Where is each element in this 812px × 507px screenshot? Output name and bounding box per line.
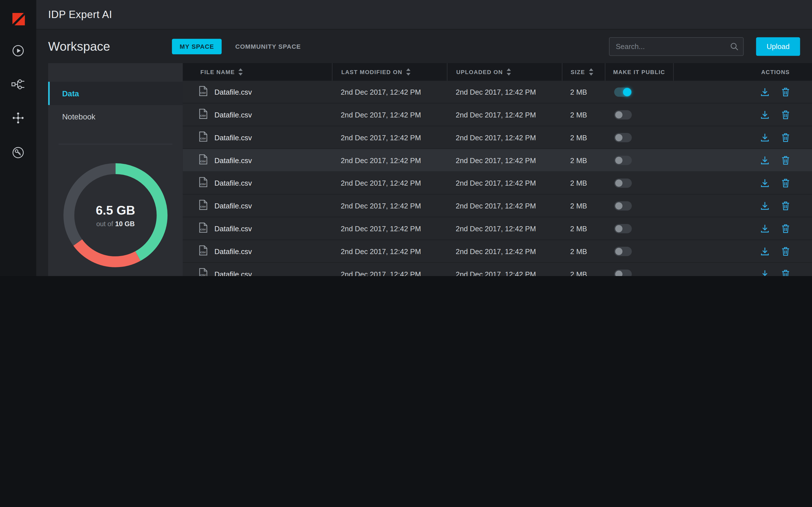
delete-button[interactable] xyxy=(781,269,790,276)
trash-icon xyxy=(781,223,790,234)
csv-file-icon: CSV xyxy=(199,86,207,98)
file-name: Datafile.csv xyxy=(214,133,252,142)
delete-button[interactable] xyxy=(781,201,790,211)
uploaded-on-value: 2nd Dec 2017, 12:42 PM xyxy=(447,179,562,187)
make-public-toggle[interactable] xyxy=(614,133,631,142)
toggle-knob xyxy=(623,88,631,96)
column-header-file-name[interactable]: FILE NAME xyxy=(183,63,332,80)
download-button[interactable] xyxy=(760,223,770,234)
delete-button[interactable] xyxy=(781,178,790,188)
download-button[interactable] xyxy=(760,109,770,120)
tools-icon[interactable] xyxy=(0,141,36,164)
delete-button[interactable] xyxy=(781,87,790,97)
make-public-toggle[interactable] xyxy=(614,156,631,165)
main-area: Workspace MY SPACE COMMUNITY SPACE Uploa… xyxy=(36,30,812,276)
delete-button[interactable] xyxy=(781,132,790,143)
delete-button[interactable] xyxy=(781,223,790,234)
uploaded-on-value: 2nd Dec 2017, 12:42 PM xyxy=(447,224,562,232)
delete-button[interactable] xyxy=(781,109,790,120)
download-button[interactable] xyxy=(760,132,770,143)
make-public-toggle[interactable] xyxy=(614,201,631,210)
csv-file-icon: CSV xyxy=(199,131,207,144)
column-header-size[interactable]: SIZE xyxy=(562,63,605,80)
storage-donut-center: 6.5 GB out of10 GB xyxy=(63,163,168,268)
run-icon[interactable] xyxy=(0,40,36,62)
file-name: Datafile.csv xyxy=(214,156,252,164)
table-row: CSV Datafile.csv 2nd Dec 2017, 12:42 PM … xyxy=(183,103,812,126)
download-button[interactable] xyxy=(760,178,770,188)
download-icon xyxy=(760,87,770,97)
svg-text:CSV: CSV xyxy=(200,228,206,231)
app-window: jupyter ⚙ IDP Expert AI Workspace MY SPA… xyxy=(0,0,812,276)
sidebar-item-data[interactable]: Data xyxy=(48,82,183,105)
last-modified-value: 2nd Dec 2017, 12:42 PM xyxy=(332,110,447,119)
download-button[interactable] xyxy=(760,201,770,211)
sidebar-divider xyxy=(59,144,172,145)
trash-icon xyxy=(781,201,790,211)
file-name: Datafile.csv xyxy=(214,179,252,187)
upload-button[interactable]: Upload xyxy=(756,37,800,55)
table-row: CSV Datafile.csv 2nd Dec 2017, 12:42 PM … xyxy=(183,263,812,276)
toggle-knob xyxy=(615,111,622,118)
last-modified-value: 2nd Dec 2017, 12:42 PM xyxy=(332,179,447,187)
svg-text:CSV: CSV xyxy=(200,114,206,117)
tab-my-space[interactable]: MY SPACE xyxy=(172,39,222,54)
column-header-actions: ACTIONS xyxy=(673,63,812,80)
make-public-toggle[interactable] xyxy=(614,269,631,276)
file-name: Datafile.csv xyxy=(214,110,252,119)
uploaded-on-value: 2nd Dec 2017, 12:42 PM xyxy=(447,133,562,142)
make-public-toggle[interactable] xyxy=(614,87,631,96)
pipelines-icon[interactable] xyxy=(0,73,36,96)
download-button[interactable] xyxy=(760,246,770,256)
make-public-toggle[interactable] xyxy=(614,224,631,233)
tab-community-space[interactable]: COMMUNITY SPACE xyxy=(234,39,302,54)
make-public-toggle[interactable] xyxy=(614,178,631,187)
last-modified-value: 2nd Dec 2017, 12:42 PM xyxy=(332,270,447,276)
workspace-sidebar: Data Notebook 6.5 GB out of10 GB Free Sp… xyxy=(48,63,183,276)
models-icon[interactable] xyxy=(0,107,36,129)
sort-icon xyxy=(239,68,243,75)
storage-donut-chart: 6.5 GB out of10 GB xyxy=(63,163,168,268)
content-area: Data Notebook 6.5 GB out of10 GB Free Sp… xyxy=(36,63,812,276)
svg-text:CSV: CSV xyxy=(200,91,206,94)
download-icon xyxy=(760,155,770,165)
download-button[interactable] xyxy=(760,87,770,97)
column-header-uploaded-on[interactable]: UPLOADED ON xyxy=(447,63,562,80)
csv-file-icon: CSV xyxy=(199,177,207,189)
svg-text:CSV: CSV xyxy=(200,160,206,163)
delete-button[interactable] xyxy=(781,246,790,256)
csv-file-icon: CSV xyxy=(199,200,207,212)
storage-used-label: 6.5 GB xyxy=(96,203,135,217)
column-header-last-modified[interactable]: LAST MODIFIED ON xyxy=(332,63,447,80)
sort-icon xyxy=(506,68,511,75)
last-modified-value: 2nd Dec 2017, 12:42 PM xyxy=(332,88,447,96)
make-public-toggle[interactable] xyxy=(614,246,631,256)
csv-file-icon: CSV xyxy=(199,245,207,257)
toggle-knob xyxy=(615,225,622,232)
make-public-toggle[interactable] xyxy=(614,110,631,119)
sidebar-items: Data Notebook xyxy=(48,82,183,128)
space-tabs: MY SPACE COMMUNITY SPACE xyxy=(172,39,302,54)
table-row: CSV Datafile.csv 2nd Dec 2017, 12:42 PM … xyxy=(183,149,812,172)
icon-rail: jupyter ⚙ xyxy=(0,0,36,276)
column-header-make-it-public: MAKE IT PUBLIC xyxy=(605,63,673,80)
search-input[interactable] xyxy=(609,37,744,55)
last-modified-value: 2nd Dec 2017, 12:42 PM xyxy=(332,156,447,164)
size-value: 2 MB xyxy=(562,224,605,232)
size-value: 2 MB xyxy=(562,110,605,119)
app-title: IDP Expert AI xyxy=(48,8,112,20)
svg-text:CSV: CSV xyxy=(200,182,206,186)
file-name: Datafile.csv xyxy=(214,88,252,96)
download-button[interactable] xyxy=(760,155,770,165)
csv-file-icon: CSV xyxy=(199,268,207,276)
delete-button[interactable] xyxy=(781,155,790,165)
sidebar-item-notebook[interactable]: Notebook xyxy=(48,105,183,128)
search-icon xyxy=(730,42,739,53)
toggle-knob xyxy=(615,157,622,164)
page-title: Workspace xyxy=(48,39,172,54)
download-button[interactable] xyxy=(760,269,770,276)
trash-icon xyxy=(781,109,790,120)
trash-icon xyxy=(781,246,790,256)
last-modified-value: 2nd Dec 2017, 12:42 PM xyxy=(332,202,447,210)
size-value: 2 MB xyxy=(562,156,605,164)
